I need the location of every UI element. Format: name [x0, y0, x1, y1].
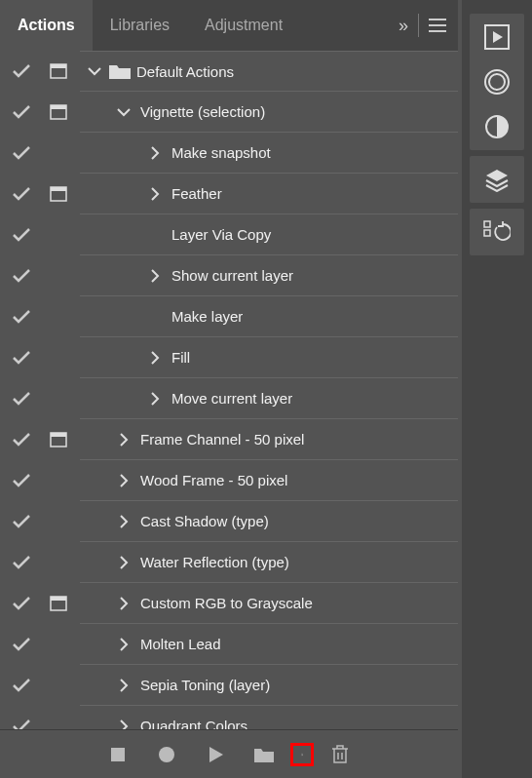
dock-cc-button[interactable] [479, 64, 514, 99]
row-label: Default Actions [131, 63, 234, 80]
checkmark-icon[interactable] [0, 638, 43, 651]
svg-point-11 [159, 747, 174, 762]
row-content: Layer Via Copy [80, 214, 458, 255]
row-label: Vignette (selection) [134, 103, 265, 120]
row-label: Make snapshot [166, 144, 271, 161]
stop-button[interactable] [106, 743, 130, 766]
tree-row[interactable]: Make layer [0, 296, 458, 337]
tree-row[interactable]: Frame Channel - 50 pixel [0, 419, 458, 460]
tree-row[interactable]: Cast Shadow (type) [0, 501, 458, 542]
chevron-right-icon[interactable] [113, 515, 134, 528]
dialog-toggle-icon[interactable] [43, 104, 74, 120]
row-label: Show current layer [166, 267, 293, 284]
tree-row[interactable]: Molten Lead [0, 624, 458, 665]
tab-actions[interactable]: Actions [0, 0, 93, 51]
checkmark-icon[interactable] [0, 392, 43, 406]
more-tabs-icon[interactable]: » [399, 16, 408, 36]
dock-history-button[interactable] [479, 214, 514, 250]
chevron-right-icon[interactable] [113, 597, 134, 610]
chevron-down-icon[interactable] [84, 66, 105, 76]
chevron-right-icon[interactable] [113, 433, 134, 447]
checkmark-icon[interactable] [0, 515, 43, 528]
checkmark-icon[interactable] [0, 310, 43, 324]
row-content: Frame Channel - 50 pixel [80, 419, 458, 460]
row-label: Sepia Toning (layer) [134, 677, 270, 693]
checkmark-icon[interactable] [0, 146, 43, 160]
dock-group-2 [470, 156, 524, 203]
delete-button[interactable] [328, 743, 352, 766]
row-label: Frame Channel - 50 pixel [134, 431, 304, 447]
row-content: Quadrant Colors [80, 706, 458, 729]
row-label: Make layer [166, 308, 243, 325]
tree-row[interactable]: Quadrant Colors [0, 706, 458, 729]
row-content: Move current layer [80, 378, 458, 419]
panel-menu-icon[interactable] [429, 19, 446, 32]
checkmark-icon[interactable] [0, 597, 43, 610]
chevron-right-icon[interactable] [144, 146, 166, 160]
row-content: Feather [80, 174, 458, 214]
dock-layers-button[interactable] [479, 162, 514, 197]
tree-row[interactable]: Show current layer [0, 255, 458, 296]
svg-rect-15 [484, 221, 490, 227]
svg-rect-9 [51, 597, 66, 601]
chevron-down-icon[interactable] [113, 107, 134, 117]
chevron-right-icon[interactable] [113, 474, 134, 487]
checkmark-icon[interactable] [0, 105, 43, 119]
tree-row[interactable]: Wood Frame - 50 pixel [0, 460, 458, 501]
tree-row[interactable]: Make snapshot [0, 133, 458, 174]
row-content: Vignette (selection) [80, 92, 458, 133]
checkmark-icon[interactable] [0, 556, 43, 569]
checkmark-icon[interactable] [0, 433, 43, 447]
checkmark-icon[interactable] [0, 64, 43, 78]
row-label: Layer Via Copy [166, 226, 271, 243]
new-action-button[interactable] [290, 743, 314, 766]
folder-icon [109, 63, 131, 79]
tree-row[interactable]: Feather [0, 174, 458, 214]
chevron-right-icon[interactable] [144, 187, 166, 201]
chevron-right-icon[interactable] [144, 269, 166, 283]
row-content: Water Reflection (type) [80, 542, 458, 583]
tree-row[interactable]: Move current layer [0, 378, 458, 419]
dialog-toggle-icon[interactable] [43, 432, 74, 447]
checkmark-icon[interactable] [0, 187, 43, 201]
tree-row[interactable]: Water Reflection (type) [0, 542, 458, 583]
tab-adjustment[interactable]: Adjustment [187, 0, 300, 51]
dock-play-button[interactable] [479, 19, 514, 55]
play-button[interactable] [204, 743, 227, 766]
row-label: Water Reflection (type) [134, 554, 289, 570]
checkmark-icon[interactable] [0, 228, 43, 242]
checkmark-icon[interactable] [0, 474, 43, 487]
dock-group-3 [470, 209, 524, 255]
row-label: Molten Lead [134, 636, 221, 652]
tree-row[interactable]: Vignette (selection) [0, 92, 458, 133]
chevron-right-icon[interactable] [113, 638, 134, 651]
svg-rect-5 [51, 187, 66, 191]
checkmark-icon[interactable] [0, 269, 43, 283]
checkmark-icon[interactable] [0, 679, 43, 692]
chevron-right-icon[interactable] [113, 556, 134, 569]
tree-row[interactable]: Custom RGB to Grayscale [0, 583, 458, 624]
tree-row[interactable]: Layer Via Copy [0, 214, 458, 255]
record-button[interactable] [155, 743, 178, 766]
row-content: Show current layer [80, 255, 458, 296]
row-label: Feather [166, 185, 222, 202]
tree-row[interactable]: Fill [0, 337, 458, 378]
chevron-right-icon[interactable] [144, 351, 166, 365]
dock-adjust-button[interactable] [479, 109, 514, 144]
svg-rect-3 [51, 105, 66, 109]
row-label: Custom RGB to Grayscale [134, 595, 313, 611]
row-label: Cast Shadow (type) [134, 513, 269, 529]
checkmark-icon[interactable] [0, 720, 43, 729]
dialog-toggle-icon[interactable] [43, 186, 74, 202]
checkmark-icon[interactable] [0, 351, 43, 365]
chevron-right-icon[interactable] [113, 679, 134, 692]
new-set-button[interactable] [252, 743, 276, 766]
chevron-right-icon[interactable] [144, 392, 166, 406]
dialog-toggle-icon[interactable] [43, 596, 74, 611]
svg-rect-7 [51, 433, 66, 437]
tab-libraries[interactable]: Libraries [93, 0, 187, 51]
tree-row[interactable]: Default Actions [0, 51, 458, 92]
dialog-toggle-icon[interactable] [43, 63, 74, 79]
chevron-right-icon[interactable] [113, 720, 134, 730]
tree-row[interactable]: Sepia Toning (layer) [0, 665, 458, 706]
